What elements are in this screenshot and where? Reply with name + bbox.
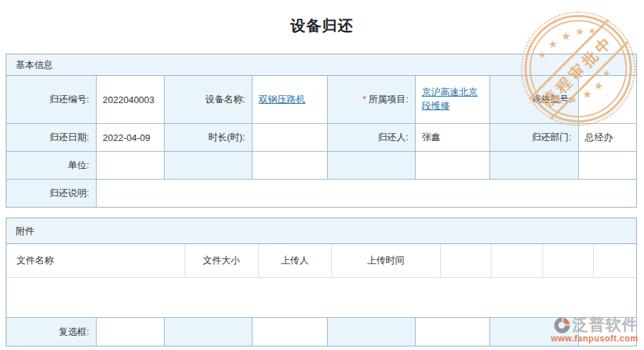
- basic-info-row-1: 归还编号: 2022040003 设备名称: 双钢压路机 *所属项目: 京沪高速…: [6, 76, 636, 124]
- attachments-section: 附件 文件名称 文件大小 上传人 上传时间: [6, 218, 637, 346]
- device-name-label: 设备名称:: [164, 76, 252, 124]
- empty-label-cell: [164, 318, 252, 346]
- attachments-header-row: 文件名称 文件大小 上传人 上传时间: [6, 244, 636, 278]
- attachments-column-headers: 文件名称 文件大小 上传人 上传时间: [6, 244, 636, 278]
- checkbox-label: 复选框:: [6, 318, 96, 346]
- unit-value: [96, 152, 164, 180]
- attachments-empty-body: [6, 278, 636, 317]
- col-empty: [542, 244, 593, 278]
- vendor-watermark: 泛普软件 www.fanpusoft.com: [551, 314, 638, 344]
- checkbox-row-table: 复选框:: [6, 317, 636, 346]
- star-icon: [547, 38, 559, 50]
- return-dept-value: 总经办: [578, 124, 636, 152]
- vendor-url: www.fanpusoft.com: [551, 334, 638, 344]
- return-dept-label: 归还部门:: [489, 124, 578, 152]
- project-label-cell: *所属项目:: [327, 76, 415, 124]
- return-date-label: 归还日期:: [6, 124, 96, 152]
- checkbox-row: 复选框:: [6, 318, 636, 346]
- checkbox-value-cell[interactable]: [96, 318, 164, 346]
- empty-label-cell: [327, 152, 415, 180]
- project-link[interactable]: 京沪高速北京段维修: [422, 87, 478, 111]
- attachments-section-title: 附件: [16, 225, 34, 238]
- fanpu-logo-icon: [553, 316, 571, 334]
- attachments-section-header: 附件: [6, 218, 636, 244]
- required-asterisk: *: [363, 94, 366, 104]
- equipment-return-page: 设备归还 基本信息 归还编号: 2022040003 设备名称: 双钢压路机 *…: [0, 0, 644, 350]
- spec-model-label: 规格型号:: [489, 76, 578, 124]
- project-cell: 京沪高速北京段维修: [415, 76, 489, 124]
- col-file-name: 文件名称: [6, 244, 185, 278]
- device-name-link[interactable]: 双钢压路机: [259, 94, 306, 104]
- empty-label-cell: [489, 152, 578, 180]
- vendor-logo-row: 泛普软件: [551, 314, 638, 336]
- unit-label: 单位:: [6, 152, 96, 180]
- return-date-value: 2022-04-09: [96, 124, 164, 152]
- duration-value: [252, 124, 327, 152]
- col-uploader: 上传人: [258, 244, 331, 278]
- basic-info-table: 归还编号: 2022040003 设备名称: 双钢压路机 *所属项目: 京沪高速…: [6, 76, 636, 207]
- duration-label: 时长(时):: [164, 124, 252, 152]
- empty-label-cell: [164, 152, 252, 180]
- empty-label-cell: [327, 318, 415, 346]
- project-label: 所属项目:: [369, 94, 409, 104]
- page-title: 设备归还: [0, 16, 644, 36]
- col-empty: [593, 244, 636, 278]
- returner-label: 归还人:: [327, 124, 415, 152]
- basic-info-section-header: 基本信息: [6, 54, 636, 76]
- basic-info-row-4: 归还说明:: [6, 180, 636, 208]
- basic-info-row-3: 单位:: [6, 152, 636, 180]
- basic-info-section-title: 基本信息: [16, 59, 53, 72]
- basic-info-section: 基本信息 归还编号: 2022040003 设备名称: 双钢压路机 *所属项目:…: [6, 54, 637, 208]
- return-no-label: 归还编号:: [6, 76, 96, 124]
- col-empty: [491, 244, 542, 278]
- return-no-value: 2022040003: [96, 76, 164, 124]
- empty-value-cell: [252, 318, 327, 346]
- spec-model-value: [578, 76, 636, 124]
- col-upload-time: 上传时间: [331, 244, 440, 278]
- empty-value-cell: [415, 152, 489, 180]
- return-note-label: 归还说明:: [6, 180, 96, 208]
- empty-value-cell: [252, 152, 327, 180]
- return-note-value: [96, 180, 636, 208]
- col-file-size: 文件大小: [185, 244, 258, 278]
- returner-value: 张鑫: [415, 124, 489, 152]
- vendor-name: 泛普软件: [572, 314, 638, 336]
- col-empty: [440, 244, 491, 278]
- empty-value-cell: [578, 152, 636, 180]
- device-name-cell: 双钢压路机: [252, 76, 327, 124]
- basic-info-row-2: 归还日期: 2022-04-09 时长(时): 归还人: 张鑫 归还部门: 总经…: [6, 124, 636, 152]
- empty-value-cell: [415, 318, 489, 346]
